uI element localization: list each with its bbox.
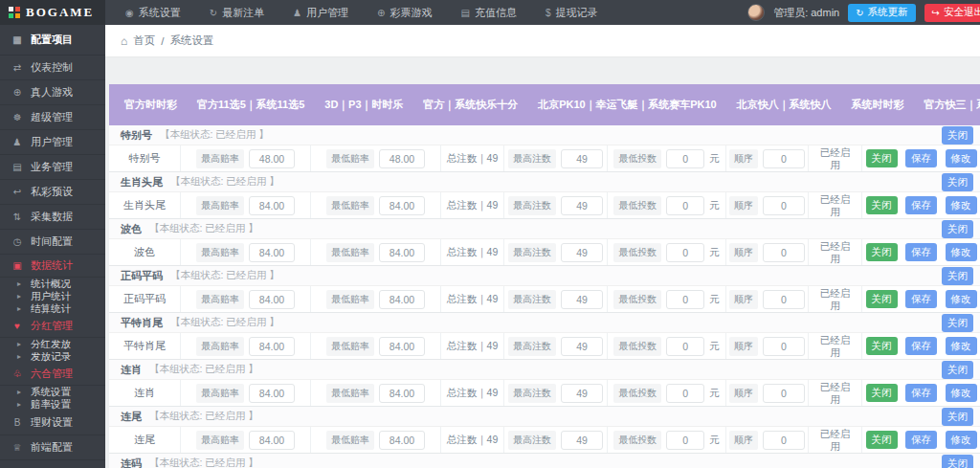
lottery-tab[interactable]: 官方时时彩 (124, 98, 177, 112)
sidebar-item[interactable]: ◷ 时间配置 (0, 230, 105, 255)
sidebar-item[interactable]: ♕ 前端配置 (0, 435, 105, 460)
close-button[interactable]: 关闭 (866, 243, 898, 261)
min-odds-input[interactable] (379, 384, 425, 403)
sidebar-item[interactable]: ▸ 发放记录 (0, 350, 105, 363)
sidebar-item[interactable]: ▸ 结算统计 (0, 302, 105, 315)
modify-button[interactable]: 修改 (946, 243, 977, 261)
modify-button[interactable]: 修改 (946, 149, 977, 167)
sidebar-item[interactable]: ⇄ 仪表控制 (0, 56, 105, 80)
modify-button[interactable]: 修改 (946, 384, 977, 402)
min-stake-input[interactable] (666, 196, 704, 215)
order-input[interactable] (763, 337, 805, 356)
nav-item[interactable]: ↻ 最新注单 (195, 0, 278, 25)
nav-item[interactable]: ◉ 系统设置 (111, 0, 195, 25)
lottery-tab[interactable]: 系统时时彩 (852, 98, 904, 112)
nav-item[interactable]: ▤ 充值信息 (446, 0, 530, 25)
sidebar-item[interactable]: ▸ 系统设置 (0, 386, 105, 398)
group-close-button[interactable]: 关闭 (942, 267, 973, 285)
sidebar-item[interactable]: ♥ 分红管理 (0, 315, 105, 338)
lottery-tab[interactable]: 3D｜P3｜时时乐 (324, 98, 403, 112)
min-odds-input[interactable] (379, 337, 425, 356)
sidebar-item[interactable]: ▦ 配置项目 (0, 25, 105, 56)
max-bets-input[interactable] (561, 290, 603, 309)
brand-logo[interactable]: BOGAME (0, 0, 105, 25)
order-input[interactable] (763, 149, 805, 168)
close-button[interactable]: 关闭 (866, 149, 898, 167)
min-stake-input[interactable] (666, 337, 704, 356)
close-button[interactable]: 关闭 (866, 196, 898, 214)
max-bets-input[interactable] (561, 431, 603, 450)
sidebar-item[interactable]: ▸ 分红发放 (0, 338, 105, 350)
nav-item[interactable]: $ 提现记录 (531, 0, 612, 25)
system-update-button[interactable]: ↻ 系统更新 (848, 4, 915, 22)
nav-item[interactable]: ⊕ 彩票游戏 (363, 0, 446, 25)
min-stake-input[interactable] (666, 149, 704, 168)
save-button[interactable]: 保存 (905, 290, 937, 308)
max-bets-input[interactable] (561, 337, 603, 356)
min-stake-input[interactable] (666, 431, 704, 450)
max-odds-input[interactable] (249, 243, 295, 262)
save-button[interactable]: 保存 (905, 196, 937, 214)
sidebar-item[interactable]: ▤ 业务管理 (0, 155, 105, 180)
sidebar-item[interactable]: B 理财设置 (0, 411, 105, 435)
save-button[interactable]: 保存 (905, 431, 937, 449)
min-odds-input[interactable] (379, 149, 425, 168)
close-button[interactable]: 关闭 (866, 290, 898, 308)
sidebar-item[interactable]: ⊕ 真人游戏 (0, 80, 105, 105)
max-odds-input[interactable] (249, 149, 295, 168)
max-bets-input[interactable] (561, 149, 603, 168)
modify-button[interactable]: 修改 (946, 290, 977, 308)
order-input[interactable] (763, 431, 805, 450)
sidebar-item[interactable]: ↩ 私彩预设 (0, 180, 105, 205)
lottery-tab[interactable]: 北京PK10｜幸运飞艇｜系统赛车PK10 (538, 98, 717, 112)
save-button[interactable]: 保存 (905, 149, 937, 167)
sidebar-item[interactable]: ▸ 用户统计 (0, 290, 105, 302)
max-odds-input[interactable] (249, 196, 295, 215)
group-close-button[interactable]: 关闭 (942, 408, 973, 426)
modify-button[interactable]: 修改 (946, 431, 977, 449)
max-bets-input[interactable] (561, 243, 603, 262)
sidebar-item[interactable]: ▸ 赔率设置 (0, 398, 105, 411)
min-odds-input[interactable] (379, 196, 425, 215)
max-bets-input[interactable] (561, 196, 603, 215)
close-button[interactable]: 关闭 (866, 337, 898, 355)
min-odds-input[interactable] (379, 431, 425, 450)
close-button[interactable]: 关闭 (866, 384, 898, 402)
group-close-button[interactable]: 关闭 (942, 220, 973, 238)
group-close-button[interactable]: 关闭 (942, 455, 973, 468)
min-odds-input[interactable] (379, 243, 425, 262)
sidebar-item[interactable]: ☸ 超级管理 (0, 105, 105, 130)
max-odds-input[interactable] (249, 431, 295, 450)
sidebar-item[interactable]: ♟ 用户管理 (0, 130, 105, 155)
nav-item[interactable]: ♟ 用户管理 (278, 0, 363, 25)
max-odds-input[interactable] (249, 290, 295, 309)
min-stake-input[interactable] (666, 290, 704, 309)
group-close-button[interactable]: 关闭 (942, 361, 973, 379)
min-odds-input[interactable] (379, 290, 425, 309)
logout-button[interactable]: ↪ 安全退出 (924, 4, 980, 22)
modify-button[interactable]: 修改 (946, 337, 977, 355)
order-input[interactable] (763, 196, 805, 215)
avatar[interactable] (747, 4, 765, 21)
save-button[interactable]: 保存 (905, 384, 937, 402)
max-odds-input[interactable] (249, 337, 295, 356)
order-input[interactable] (763, 290, 805, 309)
breadcrumb-home[interactable]: 首页 (133, 33, 155, 48)
close-button[interactable]: 关闭 (866, 431, 898, 449)
sidebar-item[interactable]: ⇅ 采集数据 (0, 205, 105, 230)
group-close-button[interactable]: 关闭 (942, 126, 973, 145)
lottery-tab[interactable]: 官方｜系统快乐十分 (423, 98, 518, 112)
order-input[interactable] (763, 384, 805, 403)
min-stake-input[interactable] (666, 243, 704, 262)
order-input[interactable] (763, 243, 805, 262)
min-stake-input[interactable] (666, 384, 704, 403)
sidebar-item[interactable]: ▸ 统计概况 (0, 278, 105, 290)
sidebar-item[interactable]: ▣ 数据统计 (0, 255, 105, 278)
save-button[interactable]: 保存 (905, 337, 937, 355)
save-button[interactable]: 保存 (905, 243, 937, 261)
lottery-tab[interactable]: 北京快八｜系统快八 (737, 98, 832, 112)
sidebar-item[interactable]: ♧ 六合管理 (0, 363, 105, 386)
max-odds-input[interactable] (249, 384, 295, 403)
group-close-button[interactable]: 关闭 (942, 314, 973, 332)
lottery-tab[interactable]: 官方快三｜系统快三 (924, 98, 980, 112)
